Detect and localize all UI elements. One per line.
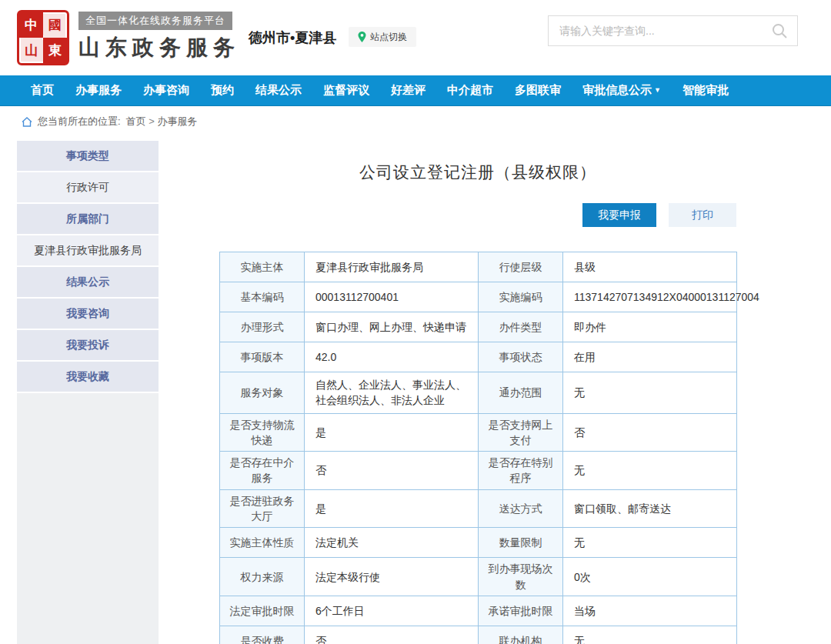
field-label: 实施主体 — [220, 252, 305, 282]
field-value: 无 — [563, 372, 737, 414]
field-value: 县级 — [563, 252, 737, 282]
table-row: 是否进驻政务大厅是送达方式窗口领取、邮寄送达 — [220, 489, 737, 528]
nav-item[interactable]: 办事咨询 — [143, 83, 189, 98]
field-value: 法定机关 — [305, 528, 479, 558]
sidebar-item[interactable]: 结果公示 — [17, 267, 159, 297]
field-label: 权力来源 — [220, 558, 305, 596]
field-label: 事项版本 — [220, 342, 305, 372]
table-row: 服务对象自然人、企业法人、事业法人、社会组织法人、非法人企业通办范围无 — [220, 372, 737, 414]
field-value: 6个工作日 — [305, 596, 479, 626]
location-pin-icon — [358, 32, 366, 42]
field-value: 自然人、企业法人、事业法人、社会组织法人、非法人企业 — [305, 372, 479, 414]
table-row: 实施主体夏津县行政审批服务局行使层级县级 — [220, 252, 737, 282]
field-label: 是否收费 — [220, 626, 305, 644]
sidebar-item[interactable]: 我要咨询 — [17, 299, 159, 329]
sidebar-item[interactable]: 行政许可 — [17, 172, 159, 202]
field-label: 数量限制 — [479, 528, 563, 558]
field-label: 是否存在中介服务 — [220, 452, 305, 490]
field-label: 通办范围 — [479, 372, 563, 414]
site-switch-button[interactable]: 站点切换 — [349, 27, 416, 47]
field-label: 到办事现场次数 — [479, 558, 563, 596]
field-label: 办件类型 — [479, 312, 563, 342]
header: 中國山東 全国一体化在线政务服务平台 山东政务服务 德州市•夏津县 站点切换 — [0, 0, 831, 75]
table-row: 办理形式窗口办理、网上办理、快递申请办件类型即办件 — [220, 312, 737, 342]
print-button[interactable]: 打印 — [669, 203, 736, 227]
breadcrumb-separator: > — [146, 115, 158, 127]
table-row: 事项版本42.0事项状态在用 — [220, 342, 737, 372]
nav-item[interactable]: 监督评议 — [323, 83, 369, 98]
action-buttons: 我要申报 打印 — [219, 203, 736, 227]
field-label: 服务对象 — [220, 372, 305, 414]
chevron-down-icon: ▼ — [654, 87, 661, 94]
field-label: 是否支持物流快递 — [220, 413, 305, 452]
field-label: 行使层级 — [479, 252, 563, 282]
field-value: 00013112700401 — [305, 282, 479, 312]
search-box — [548, 15, 798, 46]
table-row: 是否支持物流快递是是否支持网上支付否 — [220, 413, 737, 452]
sidebar-item[interactable]: 我要收藏 — [17, 362, 159, 392]
sidebar-item[interactable]: 事项类型 — [17, 141, 159, 171]
sidebar-item[interactable]: 夏津县行政审批服务局 — [17, 235, 159, 265]
breadcrumb-links: 首页 > 办事服务 — [126, 115, 198, 128]
field-label: 送达方式 — [479, 489, 563, 528]
field-value: 即办件 — [563, 312, 737, 342]
seal-character: 國 — [43, 12, 67, 38]
nav-item[interactable]: 中介超市 — [447, 83, 493, 98]
nav-item[interactable]: 结果公示 — [255, 83, 302, 98]
sidebar-item[interactable]: 所属部门 — [17, 204, 159, 234]
search-icon[interactable] — [771, 22, 788, 39]
nav-item[interactable]: 智能审批 — [682, 83, 729, 98]
service-info-table: 实施主体夏津县行政审批服务局行使层级县级基本编码00013112700401实施… — [219, 252, 737, 644]
field-label: 法定审批时限 — [220, 596, 305, 626]
field-label: 是否支持网上支付 — [479, 413, 563, 452]
nav-item[interactable]: 首页 — [31, 83, 54, 98]
field-label: 基本编码 — [220, 282, 305, 312]
table-row: 法定审批时限6个工作日承诺审批时限当场 — [220, 596, 737, 626]
sidebar-filler — [17, 393, 159, 644]
breadcrumb-prefix: 您当前所在的位置: — [38, 115, 121, 128]
nav-item[interactable]: 好差评 — [391, 83, 426, 98]
apply-button[interactable]: 我要申报 — [582, 203, 656, 227]
breadcrumb-item[interactable]: 办事服务 — [157, 115, 197, 127]
field-label: 承诺审批时限 — [479, 596, 563, 626]
breadcrumb-item[interactable]: 首页 — [126, 115, 146, 127]
table-row: 是否收费否联办机构无 — [220, 626, 737, 644]
field-value: 42.0 — [305, 342, 479, 372]
logo-text: 全国一体化在线政务服务平台 山东政务服务 — [78, 12, 240, 62]
field-value: 窗口领取、邮寄送达 — [563, 489, 737, 528]
table-row: 实施主体性质法定机关数量限制无 — [220, 528, 737, 558]
sidebar-item[interactable]: 我要投诉 — [17, 330, 159, 360]
home-icon — [22, 117, 32, 127]
seal-character: 山 — [19, 38, 43, 63]
field-value: 窗口办理、网上办理、快递申请 — [305, 312, 479, 342]
field-value: 1137142707134912X04000131127004 — [563, 282, 737, 312]
field-label: 实施编码 — [479, 282, 563, 312]
field-value: 是 — [305, 489, 479, 528]
platform-badge: 全国一体化在线政务服务平台 — [78, 12, 232, 30]
nav-item[interactable]: 办事服务 — [75, 83, 122, 98]
field-value: 是 — [305, 413, 479, 452]
nav-item[interactable]: 审批信息公示▼ — [582, 83, 661, 98]
field-label: 实施主体性质 — [220, 528, 305, 558]
field-value: 无 — [563, 452, 737, 490]
field-value: 否 — [563, 413, 737, 452]
nav-item[interactable]: 预约 — [211, 83, 234, 98]
field-label: 是否存在特别程序 — [479, 452, 563, 490]
field-label: 联办机构 — [479, 626, 563, 644]
page-title: 公司设立登记注册（县级权限） — [219, 162, 736, 183]
breadcrumb: 您当前所在的位置: 首页 > 办事服务 — [0, 107, 831, 136]
site-name: 山东政务服务 — [78, 33, 240, 62]
field-label: 办理形式 — [220, 312, 305, 342]
field-value: 否 — [305, 626, 479, 644]
table-row: 是否存在中介服务否是否存在特别程序无 — [220, 452, 737, 490]
field-value: 法定本级行使 — [305, 558, 479, 596]
table-row: 权力来源法定本级行使到办事现场次数0次 — [220, 558, 737, 596]
sidebar-menu: 事项类型行政许可所属部门夏津县行政审批服务局结果公示我要咨询我要投诉我要收藏 — [17, 141, 159, 393]
nav-item[interactable]: 多图联审 — [515, 83, 561, 98]
site-switch-label: 站点切换 — [370, 31, 407, 44]
field-label: 是否进驻政务大厅 — [220, 489, 305, 528]
seal-character: 中 — [19, 12, 43, 38]
field-value: 0次 — [563, 558, 737, 596]
search-input[interactable] — [549, 25, 771, 37]
shandong-seal-logo: 中國山東 — [17, 10, 69, 65]
